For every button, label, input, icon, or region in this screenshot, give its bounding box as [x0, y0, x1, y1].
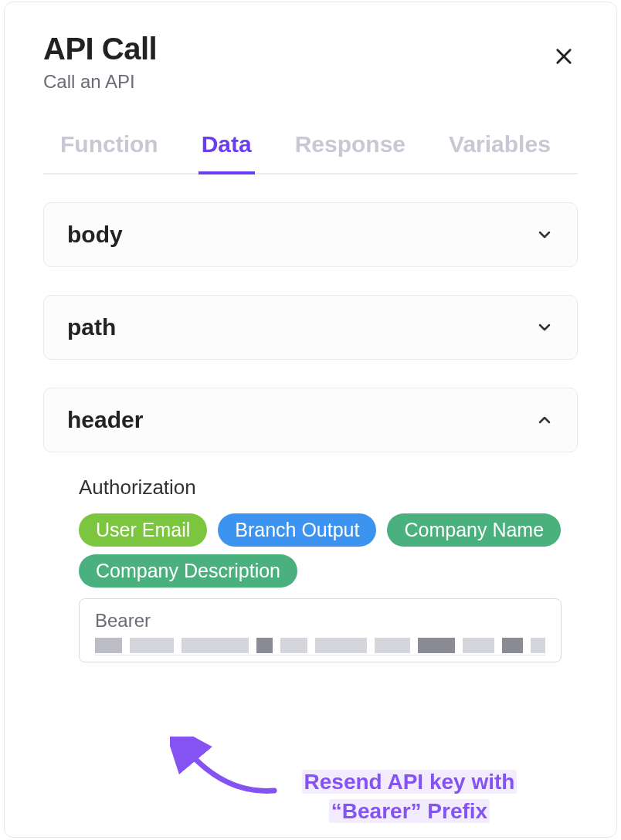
annotation-line1: Resend API key with [302, 770, 518, 794]
authorization-input[interactable]: Bearer [79, 598, 562, 662]
chip-company-description[interactable]: Company Description [79, 554, 297, 588]
chevron-down-icon [535, 318, 554, 337]
chip-branch-output[interactable]: Branch Output [218, 513, 376, 547]
chip-company-name[interactable]: Company Name [387, 513, 561, 547]
input-value-line1: Bearer [95, 610, 545, 632]
section-header[interactable]: header [43, 388, 578, 452]
title-group: API Call Call an API [43, 32, 157, 93]
annotation-text: Resend API key with “Bearer” Prefix [263, 767, 556, 826]
tab-response[interactable]: Response [292, 131, 409, 174]
panel-header: API Call Call an API [43, 32, 578, 93]
api-call-panel: API Call Call an API Function Data Respo… [4, 2, 617, 838]
close-icon [553, 46, 575, 67]
section-body[interactable]: body [43, 202, 578, 267]
field-name-label: Authorization [79, 476, 578, 500]
tab-function[interactable]: Function [57, 131, 161, 174]
section-header-label: header [67, 407, 143, 433]
chevron-down-icon [535, 225, 554, 244]
chip-user-email[interactable]: User Email [79, 513, 207, 547]
redacted-api-key [95, 638, 545, 655]
tab-data[interactable]: Data [199, 131, 255, 174]
header-field-area: Authorization User Email Branch Output C… [43, 452, 578, 662]
annotation-line2: “Bearer” Prefix [329, 799, 490, 823]
section-path-label: path [67, 314, 116, 340]
section-path[interactable]: path [43, 295, 578, 360]
section-body-label: body [67, 222, 123, 248]
panel-title: API Call [43, 32, 157, 66]
variable-chips: User Email Branch Output Company Name Co… [79, 513, 578, 588]
tab-variables[interactable]: Variables [446, 131, 554, 174]
tab-bar: Function Data Response Variables [43, 130, 578, 174]
panel-subtitle: Call an API [43, 71, 157, 93]
close-button[interactable] [545, 38, 582, 75]
chevron-up-icon [535, 411, 554, 429]
